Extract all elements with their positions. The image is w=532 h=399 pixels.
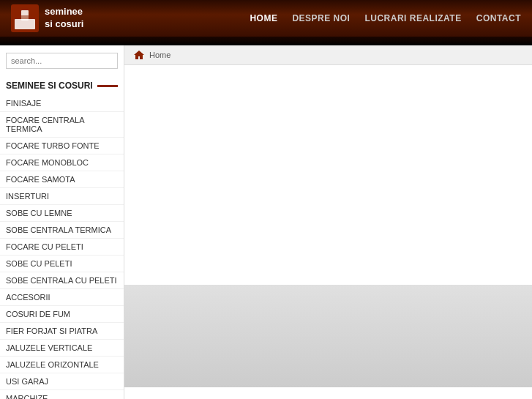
main-nav: HOMEDESPRE NOILUCRARI REALIZATECONTACT [250, 13, 521, 23]
home-icon [133, 50, 145, 60]
sidebar-item[interactable]: JALUZELE ORIZONTALE [0, 357, 124, 373]
sidebar-title-bar [97, 85, 118, 87]
sidebar-item[interactable]: ACCESORII [0, 289, 124, 306]
footer-strip [124, 285, 532, 387]
sidebar-item[interactable]: FOCARE MONOBLOC [0, 154, 124, 171]
sidebar-item[interactable]: FOCARE CU PELETI [0, 239, 124, 256]
nav-item-home[interactable]: HOME [250, 13, 277, 23]
logo-text: seminee si cosuri [45, 6, 83, 31]
sidebar-item[interactable]: SOBE CENTRALA CU PELETI [0, 272, 124, 289]
sidebar-item[interactable]: MARCHIZE [0, 390, 124, 399]
sidebar-item[interactable]: COSURI DE FUM [0, 306, 124, 323]
sidebar-item[interactable]: FINISAJE [0, 95, 124, 112]
search-box [6, 53, 118, 69]
svg-rect-1 [15, 19, 35, 29]
sidebar-title: SEMINEE SI COSURI [6, 81, 93, 91]
sidebar-item[interactable]: FOCARE TURBO FONTE [0, 138, 124, 154]
breadcrumb-home[interactable]: Home [149, 51, 171, 59]
sub-header [0, 37, 532, 45]
breadcrumb-bar: Home [124, 45, 532, 65]
logo-area: seminee si cosuri [11, 4, 83, 32]
sidebar-items: FINISAJEFOCARE CENTRALA TERMICAFOCARE TU… [0, 95, 124, 399]
sidebar-item[interactable]: INSERTURI [0, 188, 124, 205]
header: seminee si cosuri HOMEDESPRE NOILUCRARI … [0, 0, 532, 37]
sidebar-item[interactable]: FOCARE CENTRALA TERMICA [0, 112, 124, 138]
content-area [124, 65, 532, 285]
svg-rect-3 [18, 15, 31, 19]
sidebar-item[interactable]: JALUZELE VERTICALE [0, 340, 124, 357]
sidebar-title-row: SEMINEE SI COSURI [0, 76, 124, 95]
nav-item-contact[interactable]: CONTACT [476, 13, 521, 23]
logo-icon [11, 4, 39, 32]
sidebar-item[interactable]: FOCARE SAMOTA [0, 171, 124, 188]
sidebar-item[interactable]: SOBE CU PELETI [0, 256, 124, 272]
sidebar-item[interactable]: FIER FORJAT SI PIATRA [0, 323, 124, 340]
sidebar-item[interactable]: SOBE CU LEMNE [0, 205, 124, 222]
sidebar-item[interactable]: SOBE CENTRALA TERMICA [0, 222, 124, 239]
search-input[interactable] [6, 53, 118, 69]
nav-item-despre-noi[interactable]: DESPRE NOI [292, 13, 350, 23]
main-content: Home [124, 45, 532, 399]
nav-item-lucrari[interactable]: LUCRARI REALIZATE [364, 13, 461, 23]
sidebar: SEMINEE SI COSURI FINISAJEFOCARE CENTRAL… [0, 45, 124, 399]
layout: SEMINEE SI COSURI FINISAJEFOCARE CENTRAL… [0, 45, 532, 399]
sidebar-item[interactable]: USI GARAJ [0, 373, 124, 390]
